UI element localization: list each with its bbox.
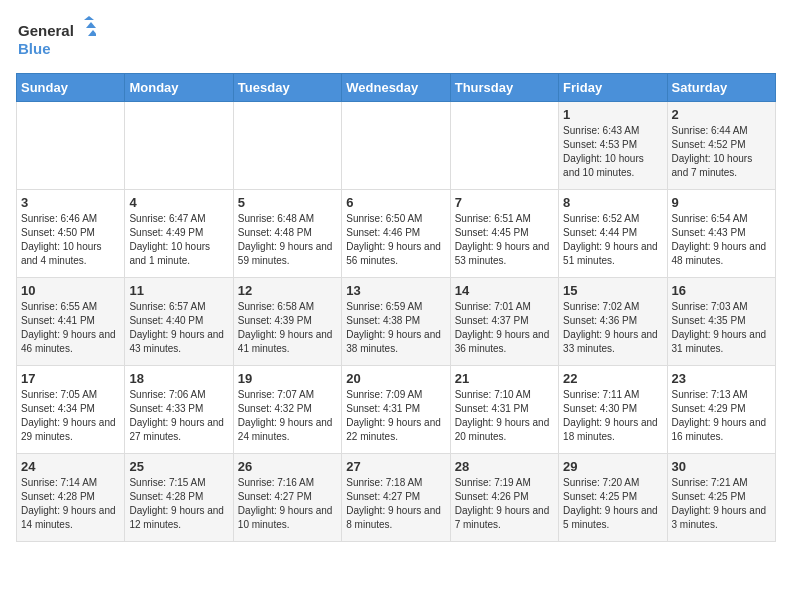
calendar-body: 1Sunrise: 6:43 AM Sunset: 4:53 PM Daylig… (17, 102, 776, 542)
calendar-cell: 18Sunrise: 7:06 AM Sunset: 4:33 PM Dayli… (125, 366, 233, 454)
calendar-cell: 8Sunrise: 6:52 AM Sunset: 4:44 PM Daylig… (559, 190, 667, 278)
day-number: 25 (129, 459, 228, 474)
day-info: Sunrise: 7:11 AM Sunset: 4:30 PM Dayligh… (563, 388, 662, 444)
calendar-cell: 10Sunrise: 6:55 AM Sunset: 4:41 PM Dayli… (17, 278, 125, 366)
day-info: Sunrise: 6:52 AM Sunset: 4:44 PM Dayligh… (563, 212, 662, 268)
calendar-cell: 25Sunrise: 7:15 AM Sunset: 4:28 PM Dayli… (125, 454, 233, 542)
day-number: 7 (455, 195, 554, 210)
calendar-cell (450, 102, 558, 190)
calendar-cell (233, 102, 341, 190)
day-number: 21 (455, 371, 554, 386)
calendar-cell: 6Sunrise: 6:50 AM Sunset: 4:46 PM Daylig… (342, 190, 450, 278)
logo: General Blue (16, 16, 96, 61)
day-info: Sunrise: 6:54 AM Sunset: 4:43 PM Dayligh… (672, 212, 771, 268)
calendar-cell (342, 102, 450, 190)
svg-text:Blue: Blue (18, 40, 51, 57)
calendar-week-row: 1Sunrise: 6:43 AM Sunset: 4:53 PM Daylig… (17, 102, 776, 190)
header-tuesday: Tuesday (233, 74, 341, 102)
calendar-week-row: 3Sunrise: 6:46 AM Sunset: 4:50 PM Daylig… (17, 190, 776, 278)
calendar-cell: 2Sunrise: 6:44 AM Sunset: 4:52 PM Daylig… (667, 102, 775, 190)
day-number: 28 (455, 459, 554, 474)
calendar-cell: 30Sunrise: 7:21 AM Sunset: 4:25 PM Dayli… (667, 454, 775, 542)
day-number: 13 (346, 283, 445, 298)
header-sunday: Sunday (17, 74, 125, 102)
svg-marker-2 (84, 16, 94, 20)
day-number: 6 (346, 195, 445, 210)
calendar-cell: 21Sunrise: 7:10 AM Sunset: 4:31 PM Dayli… (450, 366, 558, 454)
header-friday: Friday (559, 74, 667, 102)
calendar-cell: 4Sunrise: 6:47 AM Sunset: 4:49 PM Daylig… (125, 190, 233, 278)
day-info: Sunrise: 7:16 AM Sunset: 4:27 PM Dayligh… (238, 476, 337, 532)
day-number: 2 (672, 107, 771, 122)
day-number: 11 (129, 283, 228, 298)
day-info: Sunrise: 7:06 AM Sunset: 4:33 PM Dayligh… (129, 388, 228, 444)
day-number: 1 (563, 107, 662, 122)
day-info: Sunrise: 6:48 AM Sunset: 4:48 PM Dayligh… (238, 212, 337, 268)
day-number: 9 (672, 195, 771, 210)
calendar-cell: 23Sunrise: 7:13 AM Sunset: 4:29 PM Dayli… (667, 366, 775, 454)
calendar-cell: 15Sunrise: 7:02 AM Sunset: 4:36 PM Dayli… (559, 278, 667, 366)
day-number: 5 (238, 195, 337, 210)
day-number: 24 (21, 459, 120, 474)
day-number: 30 (672, 459, 771, 474)
day-number: 16 (672, 283, 771, 298)
day-info: Sunrise: 6:46 AM Sunset: 4:50 PM Dayligh… (21, 212, 120, 268)
day-number: 27 (346, 459, 445, 474)
day-info: Sunrise: 6:51 AM Sunset: 4:45 PM Dayligh… (455, 212, 554, 268)
header-monday: Monday (125, 74, 233, 102)
day-info: Sunrise: 7:20 AM Sunset: 4:25 PM Dayligh… (563, 476, 662, 532)
day-info: Sunrise: 6:47 AM Sunset: 4:49 PM Dayligh… (129, 212, 228, 268)
calendar-cell (125, 102, 233, 190)
header: General Blue (16, 16, 776, 61)
calendar-cell: 9Sunrise: 6:54 AM Sunset: 4:43 PM Daylig… (667, 190, 775, 278)
day-info: Sunrise: 7:21 AM Sunset: 4:25 PM Dayligh… (672, 476, 771, 532)
svg-marker-4 (88, 30, 96, 36)
day-number: 3 (21, 195, 120, 210)
calendar-cell: 24Sunrise: 7:14 AM Sunset: 4:28 PM Dayli… (17, 454, 125, 542)
calendar-cell: 5Sunrise: 6:48 AM Sunset: 4:48 PM Daylig… (233, 190, 341, 278)
calendar-table: Sunday Monday Tuesday Wednesday Thursday… (16, 73, 776, 542)
calendar-cell: 12Sunrise: 6:58 AM Sunset: 4:39 PM Dayli… (233, 278, 341, 366)
header-thursday: Thursday (450, 74, 558, 102)
calendar-cell: 16Sunrise: 7:03 AM Sunset: 4:35 PM Dayli… (667, 278, 775, 366)
day-info: Sunrise: 6:58 AM Sunset: 4:39 PM Dayligh… (238, 300, 337, 356)
day-number: 10 (21, 283, 120, 298)
day-info: Sunrise: 7:19 AM Sunset: 4:26 PM Dayligh… (455, 476, 554, 532)
calendar-cell: 1Sunrise: 6:43 AM Sunset: 4:53 PM Daylig… (559, 102, 667, 190)
day-info: Sunrise: 7:09 AM Sunset: 4:31 PM Dayligh… (346, 388, 445, 444)
calendar-cell: 19Sunrise: 7:07 AM Sunset: 4:32 PM Dayli… (233, 366, 341, 454)
day-number: 23 (672, 371, 771, 386)
calendar-week-row: 10Sunrise: 6:55 AM Sunset: 4:41 PM Dayli… (17, 278, 776, 366)
svg-text:General: General (18, 22, 74, 39)
day-info: Sunrise: 7:10 AM Sunset: 4:31 PM Dayligh… (455, 388, 554, 444)
day-info: Sunrise: 7:15 AM Sunset: 4:28 PM Dayligh… (129, 476, 228, 532)
day-info: Sunrise: 7:18 AM Sunset: 4:27 PM Dayligh… (346, 476, 445, 532)
weekday-header-row: Sunday Monday Tuesday Wednesday Thursday… (17, 74, 776, 102)
day-info: Sunrise: 7:14 AM Sunset: 4:28 PM Dayligh… (21, 476, 120, 532)
logo-svg: General Blue (16, 16, 96, 61)
day-number: 26 (238, 459, 337, 474)
svg-marker-3 (86, 22, 96, 28)
day-info: Sunrise: 7:03 AM Sunset: 4:35 PM Dayligh… (672, 300, 771, 356)
calendar-cell: 14Sunrise: 7:01 AM Sunset: 4:37 PM Dayli… (450, 278, 558, 366)
day-number: 20 (346, 371, 445, 386)
calendar-cell: 17Sunrise: 7:05 AM Sunset: 4:34 PM Dayli… (17, 366, 125, 454)
day-info: Sunrise: 6:50 AM Sunset: 4:46 PM Dayligh… (346, 212, 445, 268)
calendar-cell: 7Sunrise: 6:51 AM Sunset: 4:45 PM Daylig… (450, 190, 558, 278)
day-number: 12 (238, 283, 337, 298)
calendar-cell: 28Sunrise: 7:19 AM Sunset: 4:26 PM Dayli… (450, 454, 558, 542)
day-info: Sunrise: 7:13 AM Sunset: 4:29 PM Dayligh… (672, 388, 771, 444)
day-number: 15 (563, 283, 662, 298)
day-info: Sunrise: 6:57 AM Sunset: 4:40 PM Dayligh… (129, 300, 228, 356)
calendar-cell: 20Sunrise: 7:09 AM Sunset: 4:31 PM Dayli… (342, 366, 450, 454)
header-saturday: Saturday (667, 74, 775, 102)
day-info: Sunrise: 7:01 AM Sunset: 4:37 PM Dayligh… (455, 300, 554, 356)
day-info: Sunrise: 6:55 AM Sunset: 4:41 PM Dayligh… (21, 300, 120, 356)
day-info: Sunrise: 7:07 AM Sunset: 4:32 PM Dayligh… (238, 388, 337, 444)
day-number: 22 (563, 371, 662, 386)
calendar-cell: 29Sunrise: 7:20 AM Sunset: 4:25 PM Dayli… (559, 454, 667, 542)
day-info: Sunrise: 7:05 AM Sunset: 4:34 PM Dayligh… (21, 388, 120, 444)
calendar-cell: 13Sunrise: 6:59 AM Sunset: 4:38 PM Dayli… (342, 278, 450, 366)
day-info: Sunrise: 6:59 AM Sunset: 4:38 PM Dayligh… (346, 300, 445, 356)
header-wednesday: Wednesday (342, 74, 450, 102)
